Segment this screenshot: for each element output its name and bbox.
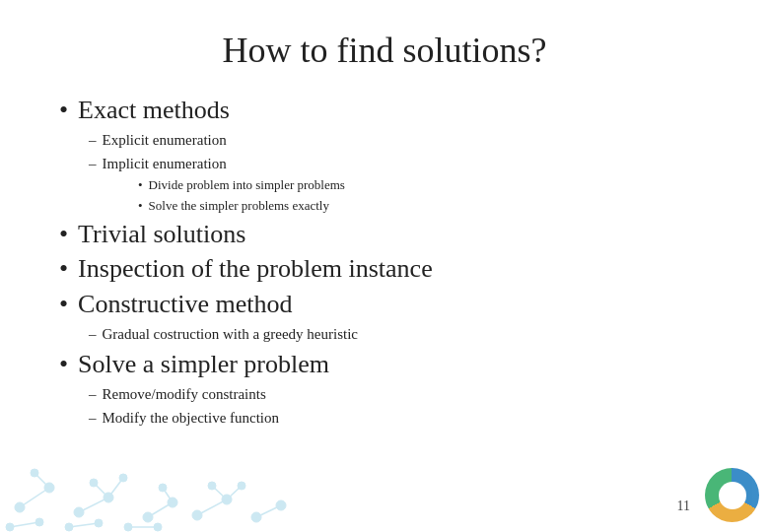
bullet-dot-4: • [59,289,68,319]
decorative-molecules [0,429,306,532]
exact-methods-sub: – Explicit enumeration – Implicit enumer… [89,129,710,215]
divide-problem: • Divide problem into simpler problems [138,175,710,195]
constructive-text: Constructive method [78,289,292,319]
implicit-enumeration: – Implicit enumeration [89,153,710,175]
remove-text: Remove/modify constraints [103,383,266,406]
trivial-text: Trivial solutions [78,219,245,249]
explicit-enumeration: – Explicit enumeration [89,129,710,152]
svg-line-10 [94,483,108,498]
remove-constraints: – Remove/modify constraints [89,383,710,406]
dash-3: – [89,323,97,346]
exact-methods-text: Exact methods [78,95,230,125]
solve-simpler-text: Solve the simpler problems exactly [149,196,329,216]
svg-line-4 [35,473,49,488]
implicit-text: Implicit enumeration [103,153,227,175]
simpler-text: Solve a simpler problem [78,349,329,379]
constructive-sub: – Gradual costruction with a greedy heur… [89,323,710,346]
svg-line-26 [256,505,281,517]
dash-1: – [89,129,97,152]
dot-1: • [138,175,143,195]
slide-title: How to find solutions? [59,30,710,71]
simpler-sub: – Remove/modify constraints – Modify the… [89,383,710,429]
svg-line-9 [79,498,108,512]
greedy-heuristic: – Gradual costruction with a greedy heur… [89,323,710,346]
bullet-inspection: • Inspection of the problem instance [59,253,710,284]
solve-simpler: • Solve the simpler problems exactly [138,196,710,216]
decorative-circle [705,468,759,522]
svg-line-15 [148,502,173,517]
dash-5: – [89,407,97,430]
decorative-circle-inner [719,482,746,509]
svg-line-3 [20,488,49,507]
bullet-simpler: • Solve a simpler problem [59,349,710,379]
inspection-text: Inspection of the problem instance [78,253,433,284]
modify-objective: – Modify the objective function [89,407,710,430]
explicit-text: Explicit enumeration [103,129,227,152]
bullet-trivial: • Trivial solutions [59,219,710,249]
bullet-constructive: • Constructive method [59,289,710,319]
bullet-dot-2: • [59,219,68,249]
implicit-sub: • Divide problem into simpler problems •… [138,175,710,215]
svg-line-32 [69,523,99,527]
bullet-dot-3: • [59,253,68,284]
svg-line-11 [108,478,123,498]
bullet-exact-methods: • Exact methods [59,95,710,125]
greedy-text: Gradual costruction with a greedy heuris… [103,323,359,346]
slide-content: • Exact methods – Explicit enumeration –… [59,95,710,429]
bullet-dot-1: • [59,95,68,125]
dash-2: – [89,153,97,175]
svg-line-23 [227,486,242,499]
slide: How to find solutions? • Exact methods –… [0,0,769,532]
modify-text: Modify the objective function [103,407,280,430]
dot-2: • [138,196,143,216]
svg-line-29 [10,522,39,527]
dash-4: – [89,383,97,406]
bullet-dot-5: • [59,349,68,379]
svg-line-22 [212,486,227,499]
divide-problem-text: Divide problem into simpler problems [149,175,345,195]
page-number: 11 [677,499,690,514]
svg-line-21 [197,499,227,515]
